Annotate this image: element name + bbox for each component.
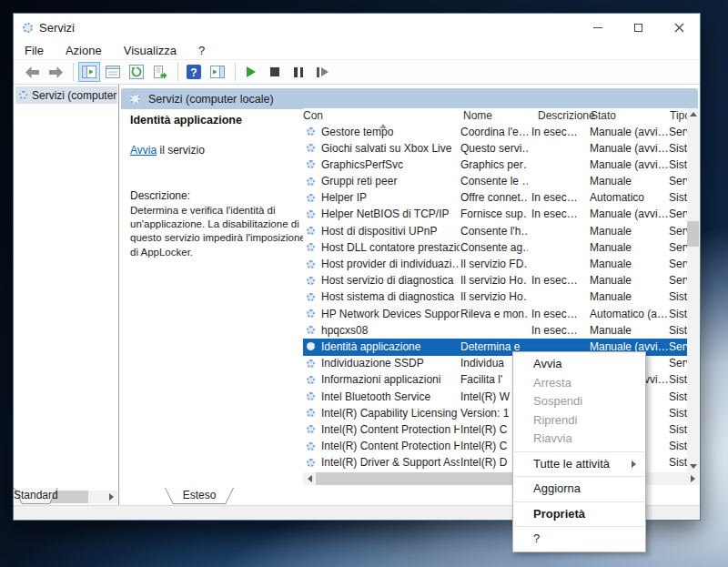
- service-gear-icon: [307, 442, 315, 451]
- pause-service-icon[interactable]: [288, 62, 309, 82]
- extended-info-panel: Identità applicazione Avvia il servizio …: [130, 114, 314, 259]
- column-header[interactable]: Tipo di avvio: [670, 109, 687, 122]
- column-header[interactable]: Stato: [591, 109, 616, 122]
- context-menu-item[interactable]: ?: [513, 530, 645, 549]
- service-gear-icon: [307, 309, 315, 318]
- scroll-down-icon[interactable]: [687, 461, 699, 472]
- app-gear-icon: [23, 23, 33, 33]
- context-menu-item[interactable]: Riavvia: [513, 430, 645, 449]
- snapin-gear-icon: [130, 94, 140, 104]
- service-row[interactable]: GraphicsPerfSvc Graphics per… Manuale (a…: [303, 157, 687, 173]
- stop-service-icon[interactable]: [264, 62, 286, 82]
- context-menu-item[interactable]: Sospendi: [513, 392, 645, 411]
- list-header: NomeDescrizioneStatoTipo di avvioCon: [303, 108, 687, 124]
- context-menu-separator: [514, 451, 644, 452]
- service-row[interactable]: Helper IP Offre connet… In esec… Automat…: [303, 190, 687, 207]
- scroll-up-icon[interactable]: [687, 108, 699, 120]
- selected-service-title: Identità applicazione: [130, 114, 314, 127]
- restart-service-icon[interactable]: [311, 62, 333, 82]
- column-header[interactable]: Con: [303, 109, 323, 122]
- context-menu-item[interactable]: Aggiorna: [513, 480, 645, 499]
- service-row[interactable]: Host di dispositivi UPnP Consente l'h… M…: [303, 223, 687, 239]
- submenu-arrow-icon: [632, 461, 636, 468]
- menu-item[interactable]: File: [25, 44, 44, 57]
- service-row[interactable]: Host sistema di diagnostica Il servizio …: [303, 289, 687, 306]
- scroll-right-icon[interactable]: [686, 472, 699, 485]
- sort-ascending-icon: [379, 108, 387, 125]
- service-action-line: Avvia il servizio: [130, 144, 314, 157]
- start-service-icon[interactable]: [240, 62, 262, 82]
- service-row[interactable]: Helper NetBIOS di TCP/IP Fornisce sup… I…: [303, 207, 687, 223]
- service-row[interactable]: HP Network Devices Support Rileva e mon……: [303, 306, 687, 322]
- scrollbar-thumb[interactable]: [687, 221, 699, 247]
- description-text: Determina e verifica l'identità di un'ap…: [130, 204, 314, 259]
- tree-item-services[interactable]: Servizi (computer l: [15, 86, 117, 104]
- service-gear-icon: [307, 227, 315, 235]
- service-gear-icon: [307, 260, 315, 268]
- context-menu-item[interactable]: Proprietà: [513, 505, 645, 524]
- scrollbar-thumb[interactable]: [316, 472, 521, 485]
- service-row[interactable]: hpqcxs08 In esec… Manuale Sist: [303, 322, 687, 339]
- service-gear-icon: [307, 160, 315, 168]
- view-tab[interactable]: Esteso: [165, 488, 234, 504]
- context-menu-separator: [514, 526, 644, 527]
- service-row[interactable]: Host servizio di diagnostica Il servizio…: [303, 273, 687, 289]
- context-menu: Avvia Arresta Sospendi Riprendi Riavvia …: [512, 351, 646, 552]
- service-gear-icon: [307, 210, 315, 218]
- desktop: { "window": { "title": "Servizi" }, "men…: [0, 0, 728, 567]
- service-gear-icon: [307, 177, 315, 186]
- service-gear-icon: [307, 459, 315, 467]
- service-gear-icon: [307, 243, 315, 251]
- menu-item[interactable]: Visualizza: [124, 44, 177, 57]
- service-gear-icon: [307, 359, 315, 368]
- close-icon: [674, 23, 684, 33]
- scroll-left-icon[interactable]: [303, 472, 316, 485]
- menu-item[interactable]: Azione: [66, 44, 102, 57]
- maximize-button[interactable]: [618, 14, 659, 41]
- service-row[interactable]: Host provider di individuazi… Il servizi…: [303, 257, 687, 273]
- service-row[interactable]: Host DLL contatore prestazio Consente ag…: [303, 239, 687, 256]
- start-service-link[interactable]: Avvia: [130, 144, 157, 157]
- column-header[interactable]: Descrizione: [538, 109, 595, 122]
- service-gear-icon: [307, 409, 315, 417]
- close-button[interactable]: [659, 14, 700, 41]
- window-title: Servizi: [39, 21, 75, 35]
- service-gear-icon: [307, 326, 315, 334]
- service-gear-icon: [307, 342, 315, 350]
- toolbar: ?: [14, 60, 700, 85]
- console-tree: Servizi (computer l: [15, 86, 117, 491]
- export-list-icon[interactable]: [149, 62, 171, 82]
- list-vertical-scrollbar[interactable]: [687, 108, 699, 472]
- view-tab[interactable]: Standard: [14, 488, 58, 504]
- start-service-suffix: il servizio: [157, 144, 205, 157]
- context-menu-item[interactable]: Arresta: [513, 374, 645, 393]
- refresh-icon[interactable]: [126, 62, 147, 82]
- service-row[interactable]: Giochi salvati su Xbox Live Questo servi…: [303, 140, 687, 157]
- context-menu-item[interactable]: Tutte le attività: [513, 455, 645, 474]
- column-header[interactable]: Nome: [463, 109, 492, 122]
- show-console-tree-icon[interactable]: [78, 62, 100, 82]
- minimize-button[interactable]: [577, 14, 618, 41]
- service-gear-icon: [307, 376, 315, 384]
- service-row[interactable]: Gestore tempo Coordina l'e… In esec… Man…: [303, 124, 687, 140]
- show-action-pane-icon[interactable]: [207, 62, 228, 82]
- properties-icon[interactable]: [102, 62, 124, 82]
- snapin-header: Servizi (computer locale): [121, 88, 698, 109]
- description-label: Descrizione:: [130, 189, 314, 202]
- service-gear-icon: [307, 144, 315, 152]
- toolbar-separator: [235, 63, 236, 81]
- forward-icon[interactable]: [45, 62, 66, 82]
- context-menu-item[interactable]: Avvia: [513, 355, 645, 374]
- context-menu-item[interactable]: Riprendi: [513, 411, 645, 430]
- pane-divider[interactable]: [118, 85, 119, 506]
- snapin-title: Servizi (computer locale): [148, 93, 274, 106]
- menu-item[interactable]: ?: [198, 44, 205, 57]
- toolbar-separator: [73, 63, 74, 81]
- service-row[interactable]: Gruppi reti peer Consente le … Manuale S…: [303, 174, 687, 190]
- title-bar[interactable]: Servizi: [14, 14, 700, 41]
- help-icon[interactable]: ?: [183, 62, 205, 82]
- service-gear-icon: [307, 194, 315, 202]
- service-gear-icon: [307, 127, 315, 136]
- toolbar-separator: [177, 63, 178, 81]
- back-icon[interactable]: [21, 62, 43, 82]
